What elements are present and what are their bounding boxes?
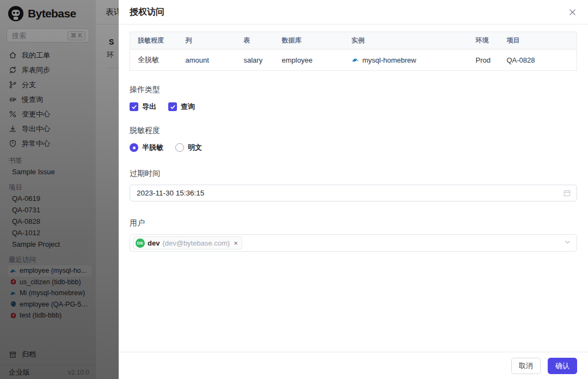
user-tag: DE dev (dev@bytebase.com) × <box>133 236 242 249</box>
close-button[interactable] <box>566 6 578 18</box>
table-cell: salary <box>236 50 274 71</box>
expiration-datetime-value[interactable] <box>137 189 563 197</box>
modal-overlay-scrim <box>0 0 119 379</box>
table-header-row: 脱敏程度 列 表 数据库 实例 环境 项目 <box>130 32 577 50</box>
project-cell: QA-0828 <box>499 50 577 71</box>
radio-label: 明文 <box>188 143 202 152</box>
column-header: 数据库 <box>274 32 344 50</box>
export-checkbox[interactable]: 导出 <box>130 102 156 112</box>
column-header: 表 <box>236 32 274 50</box>
column-cell: amount <box>178 50 236 71</box>
operation-type-label: 操作类型 <box>130 85 577 95</box>
user-avatar: DE <box>136 239 145 248</box>
partial-masking-radio[interactable]: 半脱敏 <box>130 143 163 152</box>
masking-level-label: 脱敏程度 <box>130 126 577 136</box>
database-cell: employee <box>274 50 344 71</box>
close-icon <box>569 9 576 16</box>
column-header: 环境 <box>468 32 499 50</box>
operation-type-section: 操作类型 导出 查询 <box>130 85 577 112</box>
column-header: 实例 <box>344 32 468 50</box>
radio-unselected-icon <box>175 143 184 152</box>
environment-cell: Prod <box>468 50 499 71</box>
column-header: 列 <box>178 32 236 50</box>
grant-access-dialog: 授权访问 脱敏程度 列 表 数据库 实例 环境 <box>119 0 588 379</box>
user-name: dev <box>148 239 160 247</box>
user-select[interactable]: DE dev (dev@bytebase.com) × <box>130 234 577 252</box>
column-header: 项目 <box>499 32 577 50</box>
masking-info-table: 脱敏程度 列 表 数据库 实例 环境 项目 全脱敏 amount salary <box>130 32 577 71</box>
cancel-button[interactable]: 取消 <box>511 358 541 374</box>
user-email: (dev@bytebase.com) <box>162 239 230 247</box>
checkbox-label: 查询 <box>181 102 195 112</box>
expiration-label: 过期时间 <box>130 169 577 179</box>
confirm-button[interactable]: 确认 <box>548 358 577 374</box>
expiration-datetime-input[interactable] <box>130 185 577 201</box>
radio-selected-icon <box>130 143 138 152</box>
query-checkbox[interactable]: 查询 <box>168 102 195 112</box>
instance-cell: mysql-homebrew <box>344 50 468 71</box>
chevron-down-icon[interactable] <box>564 238 571 248</box>
mysql-icon <box>352 56 359 64</box>
calendar-icon[interactable] <box>563 189 571 197</box>
radio-label: 半脱敏 <box>142 143 163 152</box>
remove-user-icon[interactable]: × <box>234 240 238 247</box>
user-label: 用户 <box>130 218 577 228</box>
expiration-section: 过期时间 <box>130 169 577 201</box>
instance-name: mysql-homebrew <box>363 56 416 64</box>
checkbox-label: 导出 <box>142 102 156 112</box>
user-section: 用户 DE dev (dev@bytebase.com) × <box>130 218 577 252</box>
checkbox-checked-icon <box>130 102 138 111</box>
dialog-title: 授权访问 <box>130 7 164 18</box>
app-window: Bytebase ⌘ K 我的工单 库表同步 分支 慢查询 <box>0 0 588 379</box>
dialog-body: 脱敏程度 列 表 数据库 实例 环境 项目 全脱敏 amount salary <box>119 25 588 352</box>
column-header: 脱敏程度 <box>130 32 178 50</box>
checkbox-checked-icon <box>168 102 177 111</box>
dialog-header: 授权访问 <box>119 0 588 25</box>
table-row: 全脱敏 amount salary employee mysql-homebre… <box>130 50 577 71</box>
masking-level-section: 脱敏程度 半脱敏 明文 <box>130 126 577 152</box>
dialog-footer: 取消 确认 <box>119 352 588 379</box>
plaintext-radio[interactable]: 明文 <box>175 143 202 152</box>
masking-level-cell: 全脱敏 <box>130 50 178 71</box>
